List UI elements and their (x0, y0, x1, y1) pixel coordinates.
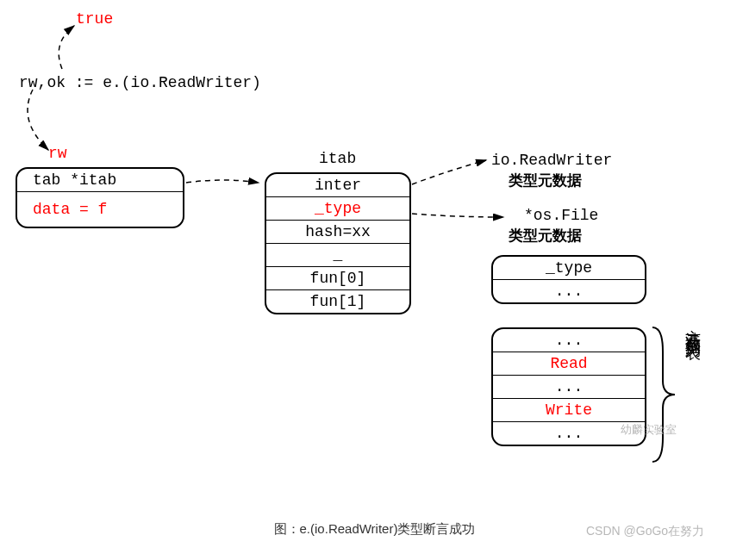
methods-row-read: Read (493, 352, 645, 376)
itab-row-fun0: fun[0] (266, 267, 409, 290)
watermark-lab: 幼麟实验室 (621, 422, 677, 438)
os-file-sub: 类型元数据 (509, 226, 582, 246)
itab-row-fun1: fun[1] (266, 290, 409, 313)
type-box: _type ... (491, 255, 646, 304)
io-readwriter-sub: 类型元数据 (509, 171, 582, 190)
type-row-type: _type (493, 257, 645, 280)
true-label: true (76, 10, 113, 28)
methods-row-write: Write (493, 399, 645, 422)
itab-row-type: _type (266, 197, 409, 221)
iface-tab-row: tab *itab (17, 169, 183, 192)
brace-icon (649, 326, 678, 464)
os-file-label: *os.File (524, 207, 598, 224)
figure-caption: 图：e.(io.ReadWriter)类型断言成功 (0, 521, 749, 538)
iface-data-row: data = f (17, 192, 183, 227)
methods-vertical-label: 方法元数据列表 (683, 317, 703, 335)
itab-row-underscore: _ (266, 244, 409, 267)
itab-box: inter _type hash=xx _ fun[0] fun[1] (265, 172, 411, 314)
io-readwriter-label: io.ReadWriter (491, 152, 612, 169)
methods-row-2: ... (493, 376, 645, 399)
type-row-dots: ... (493, 280, 645, 302)
itab-title: itab (319, 150, 356, 167)
rw-label: rw (48, 145, 67, 162)
iface-box: tab *itab data = f (16, 167, 184, 228)
code-line: rw,ok := e.(io.ReadWriter) (19, 74, 261, 91)
itab-row-hash: hash=xx (266, 221, 409, 244)
itab-row-inter: inter (266, 174, 409, 197)
methods-row-0: ... (493, 329, 645, 352)
